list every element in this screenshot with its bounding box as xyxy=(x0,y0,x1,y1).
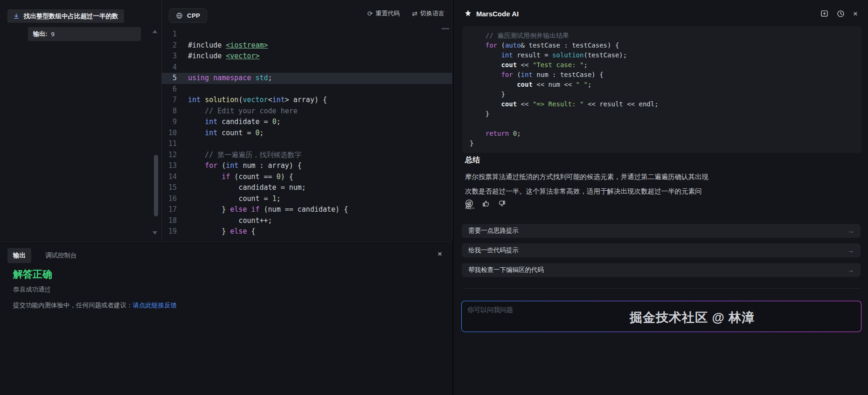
code-token: int xyxy=(188,96,201,104)
line-number: 1 xyxy=(162,29,188,40)
scroll-down-icon[interactable] xyxy=(153,231,157,235)
code-line[interactable]: 5using namespace std; xyxy=(162,73,452,84)
code-token xyxy=(513,51,517,59)
code-token: <vector> xyxy=(226,52,259,60)
code-line[interactable]: 1 xyxy=(162,29,452,40)
code-token: 0 xyxy=(277,173,281,181)
language-icon xyxy=(176,12,183,19)
code-token: num xyxy=(289,183,302,192)
regenerate-icon[interactable] xyxy=(465,199,473,208)
switch-icon: ⇄ xyxy=(412,10,417,17)
sample-output-value: 9 xyxy=(51,31,55,38)
code-token: testCase xyxy=(528,42,560,49)
code-line[interactable]: 6 xyxy=(162,84,452,95)
code-line[interactable]: 11 xyxy=(162,139,452,150)
code-token: int xyxy=(272,96,285,104)
language-selector[interactable]: CPP xyxy=(169,8,207,23)
console-tab-output[interactable]: 输出 xyxy=(7,248,31,263)
code-token: ); xyxy=(619,51,627,59)
code-line[interactable]: 4 xyxy=(162,62,452,73)
line-number: 12 xyxy=(162,150,188,161)
code-token: = xyxy=(260,118,272,126)
code-line[interactable]: 3#include <vector> xyxy=(162,51,452,62)
suggestion-chip[interactable]: 给我一些代码提示→ xyxy=(462,243,861,257)
code-token: << xyxy=(583,100,599,108)
assistant-code-line: } xyxy=(470,90,856,99)
code-token: for xyxy=(501,71,513,78)
code-token: = xyxy=(260,194,272,203)
code-line[interactable]: 9 int candidate = 0; xyxy=(162,117,452,128)
code-line[interactable]: 16 count = 1; xyxy=(162,194,452,205)
history-icon[interactable] xyxy=(837,10,845,18)
code-token: = xyxy=(277,183,289,192)
code-token xyxy=(188,118,205,126)
code-line[interactable]: 7int solution(vector<int> array) { xyxy=(162,95,452,106)
code-token xyxy=(470,42,486,49)
code-token: result xyxy=(599,100,623,108)
feedback-link[interactable]: 请点此链接反馈 xyxy=(133,302,177,309)
editor-scrollbar[interactable] xyxy=(442,28,449,29)
editor-code-area[interactable]: 12#include <iostream>3#include <vector>4… xyxy=(162,26,452,241)
code-token: << xyxy=(533,81,549,88)
code-token xyxy=(470,100,501,108)
problem-title-chip[interactable]: 找出整型数组中占比超过一半的数 xyxy=(7,9,124,23)
code-line[interactable]: 12 // 第一遍遍历，找到候选数字 xyxy=(162,150,452,161)
switch-language-button[interactable]: ⇄ 切换语言 xyxy=(412,9,444,18)
code-token xyxy=(188,183,238,192)
language-label: CPP xyxy=(187,12,200,19)
problem-scrollbar-thumb[interactable] xyxy=(154,155,158,216)
code-token: << xyxy=(623,100,639,108)
thumbs-down-icon[interactable] xyxy=(498,200,506,208)
assistant-close-icon[interactable]: × xyxy=(853,10,858,18)
code-token: 0 xyxy=(513,130,517,137)
code-line[interactable]: 18 count++; xyxy=(162,215,452,227)
result-title: 解答正确 xyxy=(13,268,52,281)
code-token xyxy=(470,51,501,59)
code-line[interactable]: 2#include <iostream> xyxy=(162,40,452,51)
code-token: << xyxy=(517,61,533,69)
code-text: // Edit your code here xyxy=(188,106,452,117)
code-token: ) { xyxy=(314,96,327,104)
code-token: testCases xyxy=(572,42,607,49)
feedback-row: 提交功能内测体验中，任何问题或者建议：请点此链接反馈 xyxy=(13,301,177,310)
code-token: : xyxy=(549,71,560,78)
code-token: if xyxy=(251,205,259,214)
suggestion-chip[interactable]: 帮我检查一下编辑区的代码→ xyxy=(462,263,861,277)
code-line[interactable]: 14 if (count == 0) { xyxy=(162,172,452,183)
code-line[interactable]: 15 candidate = num; xyxy=(162,182,452,194)
code-line[interactable]: 17 } else if (num == candidate) { xyxy=(162,204,452,215)
code-token: ; xyxy=(268,74,272,82)
reset-code-button[interactable]: ⟳ 重置代码 xyxy=(368,9,400,18)
code-token: : xyxy=(560,42,572,49)
code-line[interactable]: 8 // Edit your code here xyxy=(162,106,452,117)
code-token xyxy=(188,194,238,203)
line-number: 4 xyxy=(162,62,188,73)
code-text: for (int num : array) { xyxy=(188,160,452,172)
line-number: 17 xyxy=(162,204,188,215)
code-text: } else { xyxy=(188,226,452,237)
code-token: ; xyxy=(277,118,281,126)
code-line[interactable]: 13 for (int num : array) { xyxy=(162,160,452,172)
code-token: // 遍历测试用例并输出结果 xyxy=(470,32,569,39)
suggestion-chip[interactable]: 需要一点思路提示→ xyxy=(462,224,861,238)
code-token: // 第一遍遍历，找到候选数字 xyxy=(188,151,301,159)
code-token: num xyxy=(536,71,548,78)
code-token: // Edit your code here xyxy=(188,107,298,115)
console-panel: 输出调试控制台 × 解答正确 恭喜成功通过 提交功能内测体验中，任何问题或者建议… xyxy=(0,241,452,395)
code-token: testCase xyxy=(588,51,619,59)
new-conversation-icon[interactable] xyxy=(820,10,828,18)
code-line[interactable]: 10 int count = 0; xyxy=(162,128,452,139)
assistant-panel: MarsCode AI × // 遍历测试用例并输出结果 for (auto& … xyxy=(454,0,868,395)
console-tab-debug[interactable]: 调试控制台 xyxy=(40,248,83,263)
code-token xyxy=(188,129,205,137)
code-token: > xyxy=(285,96,293,104)
code-token xyxy=(509,130,513,137)
console-close-icon[interactable]: × xyxy=(437,250,442,258)
code-text xyxy=(188,29,452,40)
scroll-up-icon[interactable] xyxy=(153,30,157,33)
code-text: } else if (num == candidate) { xyxy=(188,204,452,215)
code-line[interactable]: 19 } else { xyxy=(162,226,452,237)
thumbs-up-icon[interactable] xyxy=(482,200,490,208)
code-token xyxy=(201,96,205,104)
code-token: using xyxy=(188,74,209,82)
